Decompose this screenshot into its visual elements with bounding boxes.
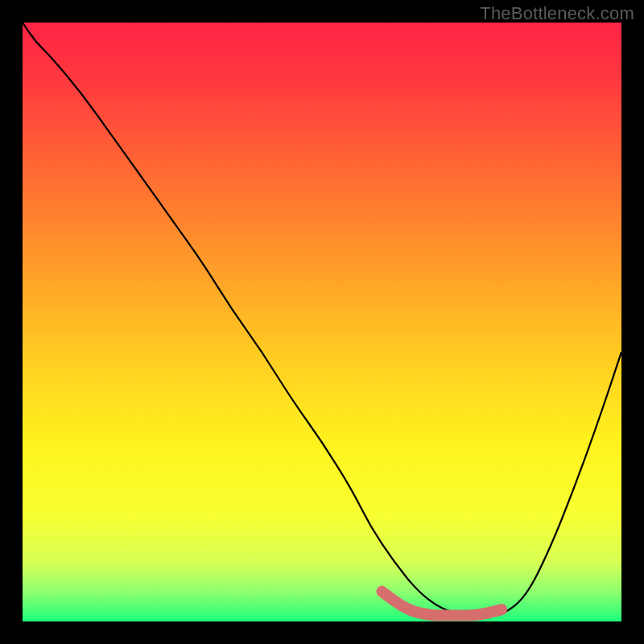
watermark-text: TheBottleneck.com	[480, 3, 634, 24]
chart-container	[23, 23, 621, 621]
bottleneck-chart	[23, 23, 621, 621]
gradient-background	[23, 23, 621, 621]
